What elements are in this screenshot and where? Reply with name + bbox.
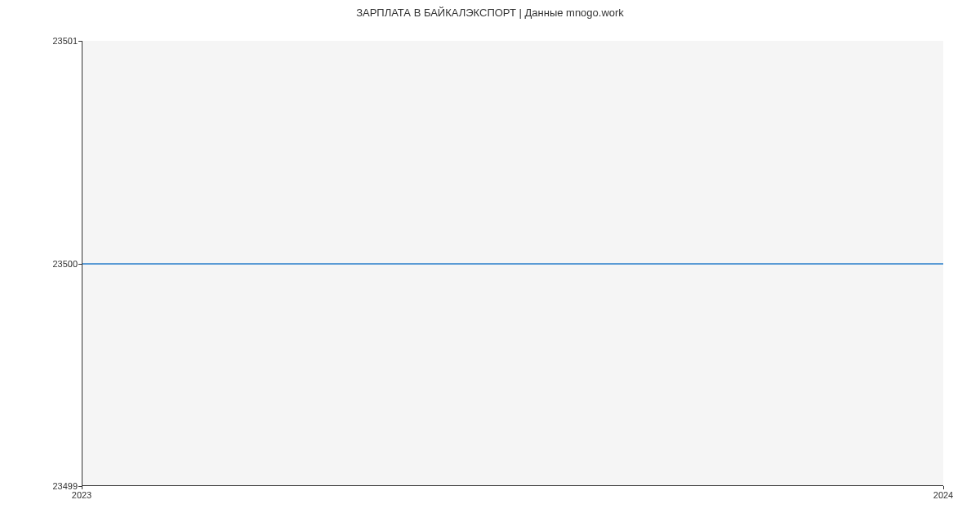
y-tick-label: 23500 [4,259,78,269]
data-line [82,263,943,265]
x-tick-label: 2023 [72,490,91,500]
x-tick-mark [82,486,82,489]
chart-container: ЗАРПЛАТА В БАЙКАЛЭКСПОРТ | Данные mnogo.… [0,0,980,531]
y-tick-label: 23499 [4,481,78,491]
x-tick-mark [943,486,944,489]
y-tick-label: 23501 [4,36,78,46]
x-tick-label: 2024 [933,490,953,500]
plot-area [82,41,943,486]
chart-title: ЗАРПЛАТА В БАЙКАЛЭКСПОРТ | Данные mnogo.… [0,0,980,19]
